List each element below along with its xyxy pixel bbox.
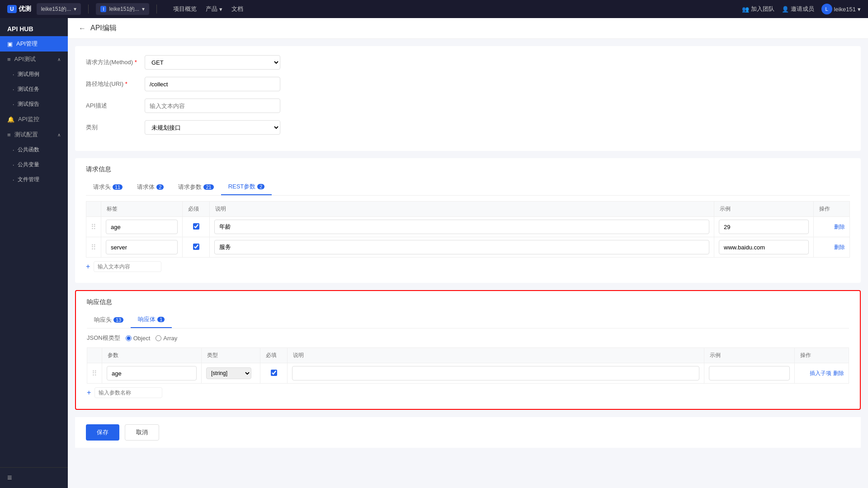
- tab-request-params[interactable]: 请求参数 21: [171, 179, 221, 195]
- uri-label: 路径地址(URI) *: [86, 80, 145, 88]
- resp-row1-insert-btn[interactable]: 插入子项: [810, 370, 831, 376]
- method-select[interactable]: GETPOSTPUTDELETE: [145, 55, 280, 70]
- badge-request-body: 2: [156, 184, 164, 190]
- api-management-icon: ▣: [7, 41, 13, 47]
- page-header: ← API编辑: [68, 18, 868, 39]
- resp-th-drag: [87, 348, 102, 363]
- join-team-btn[interactable]: 👥 加入团队: [742, 5, 774, 13]
- resp-th-example: 示例: [704, 348, 795, 363]
- page-title: API编辑: [90, 23, 117, 33]
- workspace2-icon: I: [100, 6, 106, 12]
- type-row: 类别 未规划接口: [86, 120, 850, 135]
- save-button[interactable]: 保存: [86, 424, 119, 441]
- sidebar-item-api-monitor[interactable]: 🔔 API监控: [0, 112, 68, 127]
- add-response-param-input[interactable]: [94, 387, 162, 398]
- badge-request-header: 11: [113, 184, 123, 190]
- type-select[interactable]: 未规划接口: [145, 120, 280, 135]
- badge-request-params: 21: [203, 184, 213, 190]
- dot-icon5: ·: [13, 162, 14, 168]
- row2-desc-input[interactable]: [214, 240, 709, 254]
- tab-request-body[interactable]: 请求体 2: [130, 179, 171, 195]
- tab-response-body[interactable]: 响应体 1: [131, 312, 172, 328]
- resp-th-type: 类型: [202, 348, 260, 363]
- row1-delete-btn[interactable]: 删除: [834, 224, 845, 230]
- nav-right: 👥 加入团队 👤 邀请成员 L leike151 ▾: [742, 4, 861, 14]
- row1-example-input[interactable]: [719, 220, 809, 234]
- drag-handle[interactable]: ⠿: [91, 223, 96, 231]
- row1-desc-input[interactable]: [214, 220, 709, 234]
- chevron-down-icon: ▾: [74, 6, 76, 12]
- table-row: ⠿ 删除: [86, 237, 850, 258]
- sidebar-item-api-test[interactable]: ≡ API测试: [0, 52, 68, 67]
- badge-response-header: 13: [113, 317, 123, 323]
- resp-row1-example-input[interactable]: [709, 366, 790, 380]
- sidebar: API HUB ▣ API管理 ≡ API测试 · 测试用例 · 测试任务 · …: [0, 18, 68, 488]
- footer-buttons: 保存 取消: [75, 417, 861, 448]
- method-label: 请求方法(Method) *: [86, 58, 145, 66]
- tab-request-header[interactable]: 请求头 11: [86, 179, 130, 195]
- drag-handle2[interactable]: ⠿: [91, 244, 96, 251]
- sidebar-item-test-tasks[interactable]: · 测试任务: [0, 82, 68, 97]
- json-type-object[interactable]: Object: [126, 335, 151, 342]
- request-info-section: 请求信息 请求头 11 请求体 2 请求参数 21 REST参数 2: [75, 158, 861, 283]
- resp-th-param: 参数: [102, 348, 202, 363]
- tab-response-header[interactable]: 响应头 13: [87, 312, 131, 328]
- row1-required-checkbox[interactable]: [193, 223, 199, 230]
- workspace2-dropdown[interactable]: I leike151的... ▾: [96, 3, 149, 15]
- top-navbar: U 优测 leike151的... ▾ I leike151的... ▾ 项目概…: [0, 0, 868, 18]
- api-test-icon: ≡: [7, 56, 11, 63]
- dot-icon2: ·: [13, 86, 14, 93]
- dot-icon4: ·: [13, 147, 14, 153]
- resp-row1-type-select[interactable]: [string][integer][boolean][object][array…: [206, 367, 251, 379]
- sidebar-item-public-vars[interactable]: · 公共变量: [0, 157, 68, 172]
- add-icon: +: [86, 263, 90, 271]
- nav-divider: [88, 5, 89, 14]
- dot-icon6: ·: [13, 177, 14, 183]
- add-response-param-row[interactable]: +: [87, 384, 849, 402]
- json-type-array-radio[interactable]: [156, 335, 161, 341]
- nav-divider2: [156, 5, 157, 14]
- uri-input[interactable]: [145, 77, 280, 91]
- json-type-object-radio[interactable]: [126, 335, 132, 341]
- sidebar-collapse-btn[interactable]: ≡: [0, 467, 68, 488]
- resp-drag-handle[interactable]: ⠿: [92, 370, 97, 377]
- table-row: ⠿ [string][integer][boolean][object][arr…: [87, 363, 849, 384]
- sidebar-item-test-cases[interactable]: · 测试用例: [0, 67, 68, 82]
- sidebar-item-test-config[interactable]: ≡ 测试配置: [0, 127, 68, 142]
- desc-input[interactable]: [145, 99, 280, 113]
- nav-docs[interactable]: 文档: [231, 5, 243, 13]
- back-button[interactable]: ←: [79, 24, 86, 33]
- invite-btn[interactable]: 👤 邀请成员: [782, 5, 814, 13]
- method-row: 请求方法(Method) * GETPOSTPUTDELETE: [86, 55, 850, 70]
- json-type-array[interactable]: Array: [156, 335, 177, 342]
- response-info-section: 响应信息 响应头 13 响应体 1 JSON根类型 Object: [75, 290, 861, 410]
- resp-row1-delete-btn[interactable]: 删除: [833, 370, 844, 376]
- person-add-icon: 👤: [782, 6, 789, 13]
- cancel-button[interactable]: 取消: [125, 424, 159, 441]
- row2-tag-input[interactable]: [106, 240, 178, 254]
- sidebar-item-test-reports[interactable]: · 测试报告: [0, 97, 68, 112]
- response-info-title: 响应信息: [87, 298, 849, 306]
- row1-tag-input[interactable]: [106, 220, 178, 234]
- nav-overview[interactable]: 项目概览: [173, 5, 197, 13]
- workspace2-label: leike151的...: [109, 5, 139, 13]
- row2-delete-btn[interactable]: 删除: [834, 244, 845, 250]
- workspace1-dropdown[interactable]: leike151的... ▾: [37, 3, 81, 15]
- resp-row1-desc-input[interactable]: [292, 366, 699, 380]
- resp-th-required: 必填: [260, 348, 288, 363]
- nav-product[interactable]: 产品 ▾: [206, 5, 222, 13]
- request-info-title: 请求信息: [86, 165, 850, 174]
- row2-required-checkbox[interactable]: [193, 244, 199, 250]
- sidebar-item-file-management[interactable]: · 文件管理: [0, 172, 68, 187]
- row2-example-input[interactable]: [719, 240, 809, 254]
- add-param-row[interactable]: +: [86, 258, 850, 276]
- add-param-input[interactable]: [94, 261, 161, 272]
- resp-row1-required-checkbox[interactable]: [271, 370, 277, 376]
- chevron-down-icon2: ▾: [142, 6, 145, 12]
- logo-icon: U: [7, 5, 17, 13]
- user-menu[interactable]: L leike151 ▾: [821, 4, 861, 14]
- tab-rest-params[interactable]: REST参数 2: [221, 179, 272, 195]
- resp-row1-param-input[interactable]: [107, 366, 197, 380]
- sidebar-item-api-management[interactable]: ▣ API管理: [0, 36, 68, 52]
- sidebar-item-public-functions[interactable]: · 公共函数: [0, 142, 68, 157]
